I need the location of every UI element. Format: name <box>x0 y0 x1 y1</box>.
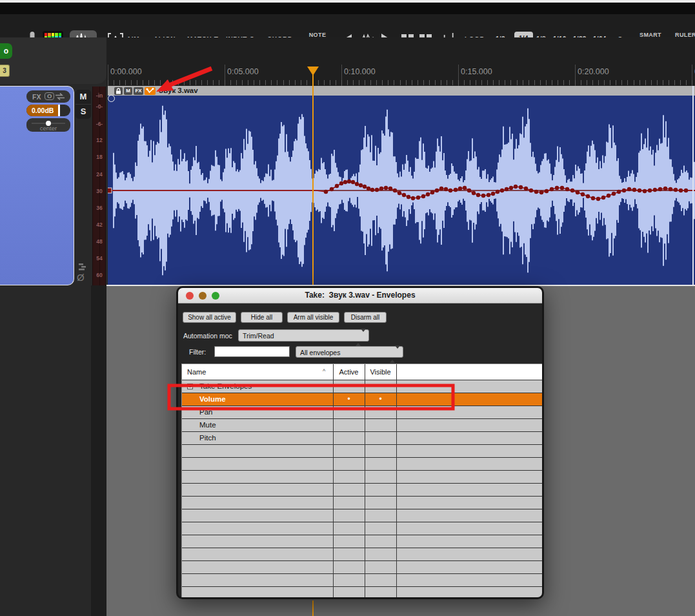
envelope-point[interactable] <box>617 190 621 194</box>
track-fx-bypass[interactable]: O <box>45 92 54 100</box>
track-control-panel[interactable]: FX O 0.00dB center <box>0 86 74 285</box>
envelope-point[interactable] <box>379 187 383 190</box>
envelope-point[interactable] <box>519 185 523 189</box>
solo-button[interactable]: S <box>76 105 91 119</box>
envelope-point[interactable] <box>576 190 579 194</box>
envelope-point[interactable] <box>398 191 401 195</box>
envelope-point[interactable] <box>463 186 467 190</box>
envelope-point[interactable] <box>355 182 359 186</box>
envelopes-table[interactable]: Name ^ Active Visible −Take EnvelopesVol… <box>181 364 543 599</box>
table-row[interactable] <box>182 509 542 522</box>
automation-mode-dropdown[interactable]: Trim/Read <box>238 329 369 342</box>
table-row[interactable] <box>182 587 542 599</box>
envelope-point[interactable] <box>375 188 379 192</box>
envelope-point[interactable] <box>444 187 448 191</box>
envelope-start-point[interactable] <box>108 188 112 193</box>
envelope-point[interactable] <box>407 195 410 199</box>
envelope-point[interactable] <box>491 192 495 196</box>
envelope-point[interactable] <box>560 186 564 190</box>
table-row[interactable]: −Take Envelopes <box>182 380 542 393</box>
table-row[interactable] <box>182 574 542 587</box>
item-lock-icon[interactable] <box>114 87 123 95</box>
envelope-point[interactable] <box>601 196 605 200</box>
envelope-point[interactable] <box>505 187 509 191</box>
envelope-point[interactable] <box>684 189 688 192</box>
envelope-point[interactable] <box>534 190 538 194</box>
envelope-point[interactable] <box>467 189 471 192</box>
envelope-point[interactable] <box>448 189 452 192</box>
table-row[interactable] <box>182 522 542 535</box>
envelope-point[interactable] <box>324 190 328 194</box>
routing-swap-icon[interactable] <box>54 93 66 100</box>
column-header-active[interactable]: Active <box>333 368 365 376</box>
dialog-button-hide-all[interactable]: Hide all <box>241 312 283 323</box>
take-envelopes-dialog[interactable]: Take: Звук 3.wav - Envelopes Show all ac… <box>176 286 544 599</box>
envelope-point[interactable] <box>481 194 485 198</box>
table-row[interactable] <box>182 458 542 471</box>
envelope-point[interactable] <box>529 189 533 192</box>
table-row[interactable] <box>182 548 542 561</box>
envelope-point[interactable] <box>638 189 641 192</box>
table-row[interactable]: Pan <box>182 406 542 419</box>
envelope-point[interactable] <box>402 193 406 197</box>
track-fx-pill[interactable]: FX O <box>26 90 70 103</box>
dialog-button-disarm-all[interactable]: Disarm all <box>344 312 387 323</box>
envelope-point[interactable] <box>330 187 334 191</box>
table-row[interactable]: Volume•• <box>182 393 542 406</box>
envelope-point[interactable] <box>612 192 616 196</box>
envelope-point[interactable] <box>421 194 425 198</box>
track-pan-slider[interactable]: center <box>26 118 70 132</box>
envelope-point[interactable] <box>439 187 443 190</box>
media-item-title-bar[interactable]: M FX Звук 3.wav <box>108 86 695 96</box>
envelope-point[interactable] <box>669 187 672 191</box>
envelope-point[interactable] <box>581 192 585 196</box>
table-row[interactable] <box>182 561 542 574</box>
item-envelope-button[interactable] <box>145 87 156 95</box>
green-edge-badge[interactable]: o <box>0 43 12 59</box>
envelope-point[interactable] <box>430 190 434 194</box>
item-mute-button[interactable]: M <box>124 87 132 95</box>
table-header[interactable]: Name ^ Active Visible <box>182 364 542 380</box>
envelope-point[interactable] <box>674 188 678 192</box>
envelope-point[interactable] <box>411 196 415 200</box>
envelope-point[interactable] <box>539 190 543 194</box>
envelope-filter-dropdown[interactable]: All envelopes <box>296 346 403 358</box>
waveform-display[interactable] <box>108 96 695 285</box>
envelope-point[interactable] <box>500 189 504 192</box>
envelope-point[interactable] <box>458 187 462 190</box>
envelope-point[interactable] <box>367 187 370 190</box>
envelope-point[interactable] <box>514 185 518 189</box>
envelope-point[interactable] <box>627 187 631 191</box>
table-row[interactable]: Pitch <box>182 432 542 445</box>
dialog-button-show-all-active[interactable]: Show all active <box>183 312 236 323</box>
phase-invert-icon[interactable]: Ø <box>77 272 85 283</box>
table-row[interactable]: Mute <box>182 419 542 432</box>
envelope-point[interactable] <box>658 187 662 191</box>
table-row[interactable] <box>182 445 542 458</box>
envelope-point[interactable] <box>343 180 347 184</box>
envelope-point[interactable] <box>653 188 657 192</box>
envelope-point[interactable] <box>586 194 590 198</box>
column-header-visible[interactable]: Visible <box>365 368 396 376</box>
filter-input[interactable] <box>214 346 290 357</box>
envelope-point[interactable] <box>435 189 439 192</box>
envelope-point[interactable] <box>339 181 343 185</box>
dialog-button-arm-all-visible[interactable]: Arm all visible <box>287 312 339 323</box>
envelope-point[interactable] <box>622 189 626 192</box>
envelope-point[interactable] <box>347 180 351 183</box>
dialog-title-bar[interactable]: Take: Звук 3.wav - Envelopes <box>178 288 542 303</box>
active-dot[interactable]: • <box>333 395 365 404</box>
envelope-point[interactable] <box>388 187 392 190</box>
envelope-point[interactable] <box>555 186 559 190</box>
yellow-edge-badge[interactable]: 3 <box>0 65 10 77</box>
volume-fader-handle[interactable] <box>58 105 60 116</box>
envelope-point[interactable] <box>384 186 388 190</box>
column-header-name[interactable]: Name <box>187 368 206 376</box>
envelope-point[interactable] <box>509 186 513 190</box>
envelope-point[interactable] <box>351 180 355 184</box>
envelope-point[interactable] <box>591 196 595 200</box>
envelope-point[interactable] <box>663 187 667 190</box>
envelope-point[interactable] <box>596 197 600 201</box>
envelope-point[interactable] <box>524 187 528 190</box>
table-row[interactable] <box>182 535 542 548</box>
